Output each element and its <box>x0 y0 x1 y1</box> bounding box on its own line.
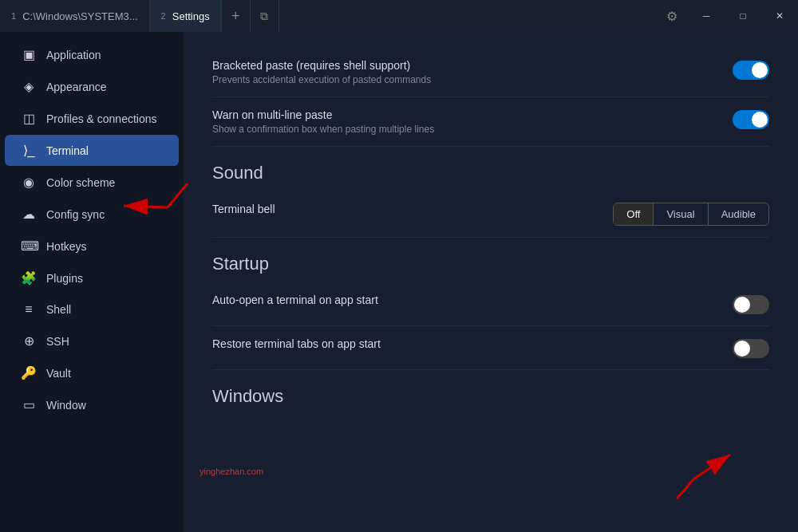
bracketed-paste-toggle[interactable] <box>733 61 769 80</box>
sidebar-item-shell[interactable]: ≡ Shell <box>5 294 179 325</box>
sidebar-item-hotkeys[interactable]: ⌨ Hotkeys <box>5 231 179 262</box>
configsync-icon: ☁ <box>21 207 37 222</box>
sound-heading: Sound <box>212 163 769 183</box>
sidebar-item-plugins[interactable]: 🧩 Plugins <box>5 262 179 294</box>
auto-open-toggle[interactable] <box>733 295 769 314</box>
auto-open-row: Auto-open a terminal on app start <box>212 282 769 326</box>
ssh-icon: ⊕ <box>21 333 37 349</box>
terminal-icon: ⟩_ <box>21 143 37 158</box>
tab-2[interactable]: 2 Settings <box>150 0 222 32</box>
terminal-bell-row: Terminal bell Off Visual Audible <box>212 191 769 238</box>
tab-1-number: 1 <box>11 11 16 21</box>
bracketed-paste-text: Bracketed paste (requires shell support)… <box>212 59 733 85</box>
warn-multiline-desc: Show a confirmation box when pasting mul… <box>212 124 733 135</box>
sidebar: ▣ Application ◈ Appearance ◫ Profiles & … <box>0 32 184 532</box>
maximize-button[interactable]: □ <box>725 0 761 32</box>
bell-option-group: Off Visual Audible <box>613 203 769 226</box>
sidebar-label-configsync: Config sync <box>46 208 105 221</box>
sidebar-label-appearance: Appearance <box>46 81 107 93</box>
restore-tabs-label: Restore terminal tabs on app start <box>212 337 733 350</box>
bell-audible-button[interactable]: Audible <box>708 203 768 225</box>
bell-off-button[interactable]: Off <box>614 203 653 225</box>
sidebar-label-window: Window <box>46 399 86 412</box>
sidebar-item-configsync[interactable]: ☁ Config sync <box>5 199 179 230</box>
window-icon[interactable]: ⧉ <box>251 0 279 32</box>
close-button[interactable]: ✕ <box>761 0 798 32</box>
sidebar-item-appearance[interactable]: ◈ Appearance <box>5 71 179 102</box>
bell-visual-button[interactable]: Visual <box>653 203 707 225</box>
main-area: ▣ Application ◈ Appearance ◫ Profiles & … <box>0 32 798 532</box>
warn-multiline-toggle[interactable] <box>733 110 769 129</box>
restore-tabs-text: Restore terminal tabs on app start <box>212 337 733 350</box>
terminal-bell-label: Terminal bell <box>212 203 613 215</box>
sidebar-label-vault: Vault <box>46 367 71 380</box>
sidebar-item-window[interactable]: ▭ Window <box>5 389 179 420</box>
hotkeys-icon: ⌨ <box>21 238 37 254</box>
vault-icon: 🔑 <box>21 365 37 380</box>
watermark: yinghezhan.com <box>200 467 263 476</box>
bracketed-paste-row: Bracketed paste (requires shell support)… <box>212 48 769 97</box>
sidebar-item-terminal[interactable]: ⟩_ Terminal <box>5 135 179 166</box>
sidebar-item-colorscheme[interactable]: ◉ Color scheme <box>5 167 179 198</box>
sidebar-label-ssh: SSH <box>46 335 69 348</box>
warn-multiline-label: Warn on multi-line paste <box>212 108 733 121</box>
restore-tabs-toggle[interactable] <box>733 339 769 358</box>
warn-multiline-row: Warn on multi-line paste Show a confirma… <box>212 97 769 147</box>
startup-heading: Startup <box>212 254 769 274</box>
profiles-icon: ◫ <box>21 111 37 126</box>
auto-open-label: Auto-open a terminal on app start <box>212 294 733 306</box>
sidebar-label-plugins: Plugins <box>46 272 83 285</box>
terminal-bell-text: Terminal bell <box>212 203 613 215</box>
windows-heading: Windows <box>212 386 769 407</box>
settings-gear-icon[interactable]: ⚙ <box>656 0 688 32</box>
window-sidebar-icon: ▭ <box>21 397 37 412</box>
sidebar-item-application[interactable]: ▣ Application <box>5 39 179 70</box>
tab-2-number: 2 <box>161 11 166 21</box>
shell-icon: ≡ <box>21 302 37 317</box>
sidebar-label-hotkeys: Hotkeys <box>46 240 87 253</box>
sidebar-label-application: Application <box>46 49 101 61</box>
tab-2-label: Settings <box>172 10 210 22</box>
sidebar-label-terminal: Terminal <box>46 144 89 157</box>
sidebar-label-colorscheme: Color scheme <box>46 176 115 189</box>
auto-open-text: Auto-open a terminal on app start <box>212 294 733 306</box>
title-bar: 1 C:\Windows\SYSTEM3... 2 Settings + ⧉ ⚙… <box>0 0 798 32</box>
window-controls: ─ □ ✕ <box>688 0 798 32</box>
restore-tabs-row: Restore terminal tabs on app start <box>212 326 769 370</box>
application-icon: ▣ <box>21 47 37 62</box>
settings-content: Bracketed paste (requires shell support)… <box>184 32 798 532</box>
plugins-icon: 🧩 <box>21 270 37 286</box>
tab-1-label: C:\Windows\SYSTEM3... <box>22 10 137 22</box>
colorscheme-icon: ◉ <box>21 175 37 190</box>
sidebar-label-shell: Shell <box>46 303 71 316</box>
minimize-button[interactable]: ─ <box>688 0 725 32</box>
sidebar-item-vault[interactable]: 🔑 Vault <box>5 357 179 388</box>
appearance-icon: ◈ <box>21 79 37 94</box>
bracketed-paste-desc: Prevents accidental execution of pasted … <box>212 74 733 85</box>
new-tab-button[interactable]: + <box>222 0 251 32</box>
bracketed-paste-label: Bracketed paste (requires shell support) <box>212 59 733 72</box>
warn-multiline-text: Warn on multi-line paste Show a confirma… <box>212 108 733 135</box>
sidebar-item-ssh[interactable]: ⊕ SSH <box>5 325 179 357</box>
sidebar-label-profiles: Profiles & connections <box>46 112 157 125</box>
sidebar-item-profiles[interactable]: ◫ Profiles & connections <box>5 103 179 134</box>
tab-1[interactable]: 1 C:\Windows\SYSTEM3... <box>0 0 150 32</box>
